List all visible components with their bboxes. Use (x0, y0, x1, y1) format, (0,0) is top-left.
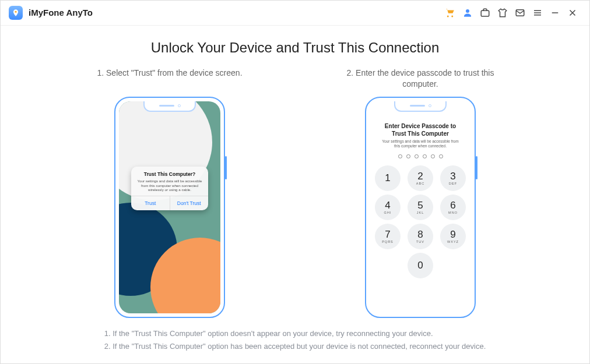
svg-rect-2 (481, 10, 489, 16)
app-title: iMyFone AnyTo (29, 8, 93, 17)
phone-notch (394, 101, 447, 112)
trust-dialog-title: Trust This Computer? (136, 171, 203, 177)
svg-point-0 (15, 11, 16, 13)
shirt-icon[interactable] (494, 4, 511, 22)
app-logo (9, 6, 23, 20)
close-button[interactable] (564, 4, 581, 22)
user-icon[interactable] (459, 4, 476, 22)
phone-side-button (225, 156, 227, 179)
cart-icon[interactable] (441, 4, 459, 22)
key-8: 8TUV (408, 224, 433, 249)
svg-point-1 (466, 9, 469, 13)
trust-button: Trust (131, 196, 170, 210)
key-0: 0 (408, 253, 433, 278)
step-2-column: 2. Enter the device passcode to trust th… (333, 68, 508, 318)
step-2-text: 2. Enter the device passcode to trust th… (333, 68, 508, 92)
menu-icon[interactable] (529, 4, 546, 22)
page-title: Unlock Your Device and Trust This Connec… (151, 40, 440, 56)
minimize-button[interactable] (546, 4, 564, 22)
key-6: 6MNO (440, 195, 466, 220)
trust-dialog: Trust This Computer? Your settings and d… (131, 167, 208, 210)
trust-dialog-body: Your settings and data will be accessibl… (136, 179, 203, 192)
passcode-dots (398, 154, 443, 158)
passcode-screen: Enter Device Passcode to Trust This Comp… (370, 101, 471, 313)
passcode-title: Enter Device Passcode to Trust This Comp… (380, 122, 461, 137)
phone-mock-trust: Trust This Computer? Your settings and d… (114, 97, 225, 318)
mail-icon[interactable] (511, 4, 529, 22)
key-4: 4GHI (375, 195, 401, 220)
main-content: Unlock Your Device and Trust This Connec… (1, 26, 589, 363)
step-1-column: 1. Select "Trust" from the device screen… (82, 68, 257, 318)
phone-side-button (476, 156, 477, 179)
step-1-text: 1. Select "Trust" from the device screen… (97, 68, 242, 92)
titlebar: iMyFone AnyTo (1, 1, 589, 26)
footer-notes: 1. If the "Trust This Computer" option d… (104, 327, 486, 353)
passcode-subtitle: Your settings and data will be accessibl… (380, 139, 461, 149)
phone-mock-passcode: Enter Device Passcode to Trust This Comp… (365, 97, 476, 318)
key-5: 5JKL (408, 195, 433, 220)
dont-trust-button: Don't Trust (170, 196, 209, 210)
note-1: 1. If the "Trust This Computer" option d… (104, 327, 486, 340)
keypad: 1 2ABC 3DEF 4GHI 5JKL 6MNO 7PQRS 8TUV 9W… (375, 165, 466, 278)
key-1: 1 (375, 165, 401, 191)
key-7: 7PQRS (375, 224, 401, 249)
key-2: 2ABC (408, 165, 433, 191)
briefcase-icon[interactable] (476, 4, 494, 22)
key-3: 3DEF (440, 165, 466, 191)
note-2: 2. If the "Trust This Computer" option h… (104, 340, 486, 353)
key-9: 9WXYZ (440, 224, 466, 249)
phone-notch (143, 101, 196, 112)
